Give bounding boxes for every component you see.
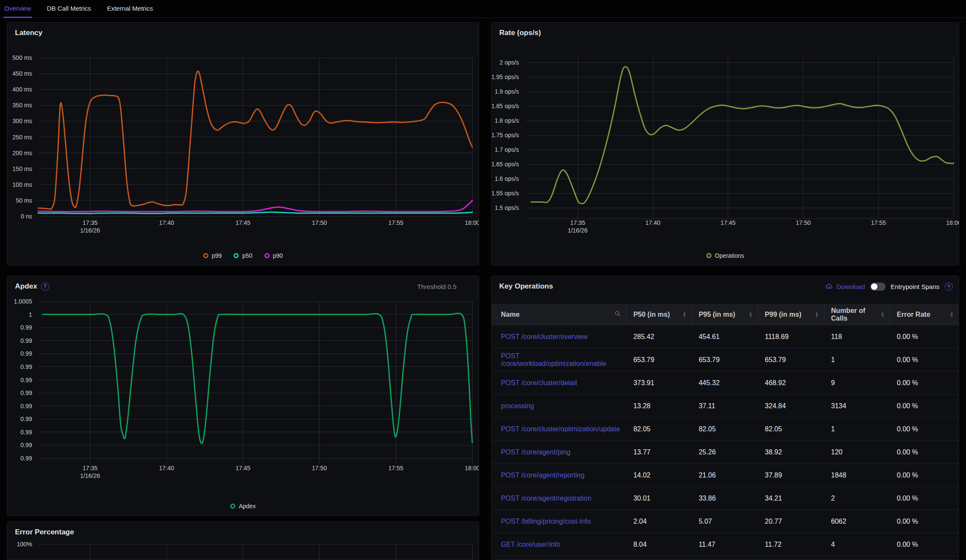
- column-header-label: Name: [501, 311, 520, 318]
- cell-calls: 6062: [824, 510, 890, 533]
- svg-text:0.99: 0.99: [21, 363, 32, 370]
- column-header-p95[interactable]: P95 (in ms)▲▼: [692, 304, 758, 325]
- operation-name-link[interactable]: processing: [492, 395, 626, 417]
- cell-p50: 2.04: [626, 510, 692, 533]
- apdex-chart-svg: 1.000510.990.990.990.990.990.990.990.990…: [7, 276, 479, 516]
- svg-text:17:55: 17:55: [388, 465, 403, 472]
- cell-p95: 454.61: [692, 325, 758, 348]
- svg-text:17:35: 17:35: [83, 465, 98, 472]
- legend-item-p50[interactable]: p50: [234, 252, 252, 259]
- operation-name-link[interactable]: POST /billing/pricing/cost-info: [492, 510, 626, 533]
- svg-text:1.55 ops/s: 1.55 ops/s: [492, 190, 519, 197]
- key-operations-title-text: Key Operations: [499, 282, 553, 291]
- column-header-error_rate[interactable]: Error Rate▲▼: [890, 304, 959, 325]
- svg-text:0.99: 0.99: [21, 350, 32, 357]
- cell-p50: 373.91: [626, 371, 692, 394]
- svg-text:17:45: 17:45: [235, 219, 250, 226]
- svg-text:90%: 90%: [20, 558, 32, 560]
- cell-p99: 1118.69: [758, 325, 824, 348]
- legend-item-operations[interactable]: Operations: [706, 252, 744, 259]
- svg-text:1/16/26: 1/16/26: [568, 227, 588, 234]
- sort-icon[interactable]: ▲▼: [815, 312, 819, 318]
- table-row: POST /core/cluster/detail373.91445.32468…: [492, 371, 959, 395]
- download-button[interactable]: Download: [825, 283, 865, 291]
- svg-text:1: 1: [29, 311, 32, 318]
- cell-error_rate: 0.00 %: [890, 487, 959, 510]
- svg-text:17:55: 17:55: [388, 219, 403, 226]
- operation-name-link[interactable]: POST /core/cluster/optimization/update: [492, 418, 626, 440]
- rate-panel-title: Rate (ops/s): [499, 29, 541, 37]
- svg-text:500 ms: 500 ms: [12, 54, 32, 61]
- cell-p95: 653.79: [692, 348, 758, 371]
- search-icon[interactable]: [614, 310, 621, 318]
- operation-name-link[interactable]: POST /core/agent/ping: [492, 441, 626, 463]
- latency-series-p50: [38, 212, 472, 213]
- table-row: POST /core/agent/ping13.7725.2638.921200…: [492, 441, 959, 464]
- error-percentage-chart: 100%90%: [7, 522, 479, 560]
- legend-ring-icon: [203, 253, 208, 258]
- cell-p99: 468.92: [758, 371, 824, 394]
- operation-name-link[interactable]: POST /core/cluster/detail: [492, 371, 626, 394]
- operation-name-link[interactable]: POST /core/cluster/overview: [492, 325, 626, 348]
- latency-chart-svg: 500 ms450 ms400 ms350 ms300 ms250 ms200 …: [7, 23, 479, 265]
- cell-calls: 1: [824, 348, 890, 371]
- legend-ring-icon: [230, 504, 235, 509]
- cell-p50: 8.04: [626, 533, 692, 556]
- apdex-help-icon[interactable]: ?: [41, 283, 49, 291]
- svg-text:17:40: 17:40: [645, 219, 660, 226]
- operation-name-link[interactable]: POST /core/workload/optimization/enable: [492, 348, 626, 371]
- column-header-calls[interactable]: Number of Calls▲▼: [824, 304, 890, 325]
- svg-text:1.6 ops/s: 1.6 ops/s: [495, 175, 519, 182]
- column-header-label: P50 (in ms): [633, 311, 670, 318]
- svg-text:0.99: 0.99: [21, 324, 32, 331]
- svg-text:1.75 ops/s: 1.75 ops/s: [492, 132, 519, 139]
- toggle-knob: [871, 283, 877, 290]
- column-header-p99[interactable]: P99 (in ms)▲▼: [758, 304, 824, 325]
- svg-text:18:00: 18:00: [946, 219, 959, 226]
- sort-icon[interactable]: ▲▼: [749, 312, 753, 318]
- tab-external-metrics[interactable]: External Metrics: [106, 0, 154, 18]
- operation-name-link[interactable]: POST /core/agent/registration: [492, 487, 626, 510]
- cell-p50: 285.42: [626, 325, 692, 348]
- legend-item-p99[interactable]: p99: [203, 252, 222, 259]
- operation-name-link[interactable]: GET /core/user/info: [492, 533, 626, 556]
- tab-db-call-metrics[interactable]: DB Call Metrics: [46, 0, 92, 18]
- tab-overview[interactable]: Overview: [3, 0, 32, 18]
- svg-text:400 ms: 400 ms: [12, 86, 32, 93]
- cell-error_rate: 0.00 %: [890, 464, 959, 486]
- legend-item-p90[interactable]: p90: [264, 252, 283, 259]
- legend-item-apdex[interactable]: Apdex: [230, 503, 256, 510]
- column-header-p50[interactable]: P50 (in ms)▲▼: [626, 304, 692, 325]
- svg-text:17:50: 17:50: [312, 465, 327, 472]
- sort-icon[interactable]: ▲▼: [880, 312, 884, 318]
- cloud-download-icon: [825, 283, 833, 291]
- entrypoint-spans-help-icon[interactable]: ?: [945, 283, 953, 291]
- cell-p99: 82.05: [758, 418, 824, 440]
- entrypoint-spans-label: Entrypoint Spans: [891, 283, 939, 290]
- error-y-axis-labels: 100%90%: [17, 541, 32, 560]
- svg-text:17:35: 17:35: [570, 219, 585, 226]
- table-row: POST /core/cluster/overview285.42454.611…: [492, 325, 959, 348]
- cell-error_rate: 0.00 %: [890, 510, 959, 533]
- svg-text:350 ms: 350 ms: [12, 102, 32, 109]
- legend-label: p99: [212, 252, 222, 259]
- latency-chart: 500 ms450 ms400 ms350 ms300 ms250 ms200 …: [7, 23, 479, 265]
- entrypoint-spans-toggle[interactable]: [870, 283, 886, 291]
- svg-text:200 ms: 200 ms: [12, 150, 32, 156]
- rate-panel: Rate (ops/s) 2 ops/s1.95 ops/s1.9 ops/s1…: [491, 22, 959, 265]
- sort-icon[interactable]: ▲▼: [682, 312, 686, 318]
- svg-text:0 ns: 0 ns: [21, 213, 32, 220]
- cell-p95: 11.47: [692, 533, 758, 556]
- sort-icon[interactable]: ▲▼: [950, 312, 954, 318]
- operation-name-link[interactable]: POST /core/agent/reporting: [492, 464, 626, 486]
- svg-text:1/16/26: 1/16/26: [80, 472, 100, 479]
- apdex-chart: 1.000510.990.990.990.990.990.990.990.990…: [7, 276, 479, 516]
- svg-text:1.0005: 1.0005: [14, 298, 32, 305]
- latency-series-p99: [38, 71, 472, 209]
- cell-p99: 37.89: [758, 464, 824, 486]
- table-row: GET /core/user/info8.0411.4711.7240.00 %: [492, 533, 959, 556]
- svg-text:17:40: 17:40: [159, 465, 174, 472]
- column-header-name[interactable]: Name: [492, 304, 626, 325]
- table-row: processing13.2837.11324.8431340.00 %: [492, 395, 959, 418]
- error-percentage-title-text: Error Percentage: [15, 528, 74, 536]
